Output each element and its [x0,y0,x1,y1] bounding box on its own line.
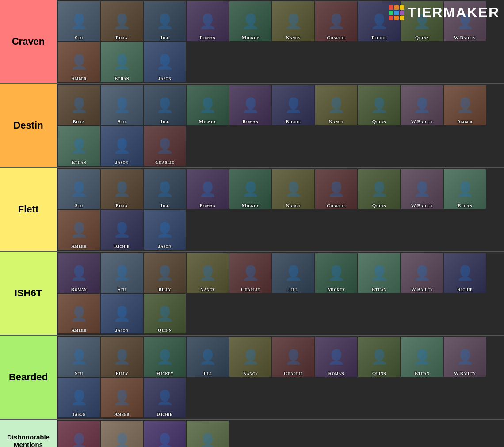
list-item: 👤Amber [58,294,100,333]
list-item: 👤Jill [187,337,229,377]
list-item: 👤Ethan [401,337,443,377]
list-item: 👤Kirby [101,421,143,447]
list-item: 👤Quinn [358,337,400,377]
list-item: 👤Billy [101,169,143,209]
list-item: 👤Charlie [315,1,357,41]
list-item: 👤Jason [144,42,186,82]
list-item: 👤W.Bailey [401,253,443,293]
list-item: 👤Amber [58,210,100,250]
list-item: 👤Roman [58,253,100,293]
list-item: 👤Ethan [101,42,143,82]
list-item: 👤Roman [315,337,357,377]
list-item: 👤Billy [101,1,143,41]
list-item: 👤Jason [58,378,100,417]
list-item: 👤Charlie [272,337,314,377]
list-item: 👤Billy [101,337,143,377]
list-item: 👤Nancy [229,337,271,377]
list-item: 👤Mickey [229,1,271,41]
tier-label-bearded: Bearded [0,336,57,419]
list-item: 👤Roman [229,85,271,125]
tiermaker-logo-grid [389,5,404,20]
list-item: 👤Roman [187,169,229,209]
list-item: 👤W.Bailey [444,337,486,377]
list-item: 👤Quinn [144,294,186,333]
tier-label-dishonorable: Dishonorable Mentions [0,420,57,447]
list-item: 👤Jill [144,1,186,41]
list-item: 👤Nancy [315,85,357,125]
list-item: 👤W.Bailey [401,85,443,125]
tier-label-destin: Destin [0,84,57,167]
tier-content-destin: 👤Billy 👤Stu 👤Jill 👤Mickey 👤Roman 👤Richie… [57,84,504,167]
tier-row-flett: Flett 👤Stu 👤Billy 👤Jill 👤Roman 👤Mickey 👤… [0,168,504,252]
list-item: 👤Roman [187,1,229,41]
list-item: 👤Jill [144,85,186,125]
list-item: 👤Jason [101,126,143,166]
list-item: 👤Nancy [272,169,314,209]
list-item: 👤Stu [58,1,100,41]
list-item: 👤Nancy [187,253,229,293]
list-item: 👤Jill [272,253,314,293]
list-item: 👤Stu [58,337,100,377]
list-item: 👤Ethan [58,126,100,166]
list-item: 👤Greg [144,421,186,447]
list-item: 👤Nancy [272,1,314,41]
list-item: 👤W.Bailey [401,169,443,209]
tier-row-destin: Destin 👤Billy 👤Stu 👤Jill 👤Mickey 👤Roman … [0,84,504,168]
list-item: 👤Jill [144,169,186,209]
list-item: 👤Stu [101,253,143,293]
list-item: 👤Jason [144,210,186,250]
list-item: 👤Quinn [358,85,400,125]
list-item: 👤Richie [144,378,186,417]
list-item: 👤Richie [101,210,143,250]
list-item: 👤Jason [101,294,143,333]
list-item: 👤Mickey [144,337,186,377]
list-item: 👤Angelina [58,421,100,447]
list-item: 👤Charlie [315,169,357,209]
list-item: 👤Richie [444,253,486,293]
list-item: 👤Ethan [444,169,486,209]
tier-row-ish6t: ISH6T 👤Roman 👤Stu 👤Billy 👤Nancy 👤Charlie… [0,252,504,336]
tier-row-bearded: Bearded 👤Stu 👤Billy 👤Mickey 👤Jill 👤Nancy… [0,336,504,420]
list-item: 👤Charlie [229,253,271,293]
list-item: 👤Mickey [229,169,271,209]
list-item: 👤Mickey [315,253,357,293]
list-item: 👤Amber [58,42,100,82]
tier-content-dishonorable: 👤Angelina 👤Kirby 👤Greg 👤Danny [57,420,504,447]
list-item: 👤Stu [58,169,100,209]
tier-label-flett: Flett [0,168,57,251]
tier-content-ish6t: 👤Roman 👤Stu 👤Billy 👤Nancy 👤Charlie 👤Jill… [57,252,504,335]
list-item: 👤Danny [187,421,229,447]
list-item: 👤Ethan [358,253,400,293]
list-item: 👤Stu [101,85,143,125]
tier-label-ish6t: ISH6T [0,252,57,335]
tier-row-dishonorable: Dishonorable Mentions 👤Angelina 👤Kirby 👤… [0,420,504,447]
tier-content-flett: 👤Stu 👤Billy 👤Jill 👤Roman 👤Mickey 👤Nancy … [57,168,504,251]
tier-label-craven: Craven [0,0,57,83]
tier-container: Craven 👤Stu 👤Billy 👤Jill 👤Roman 👤Mickey … [0,0,504,447]
list-item: 👤Quinn [358,169,400,209]
list-item: 👤Billy [58,85,100,125]
tier-content-bearded: 👤Stu 👤Billy 👤Mickey 👤Jill 👤Nancy 👤Charli… [57,336,504,419]
list-item: 👤Richie [272,85,314,125]
list-item: 👤Billy [144,253,186,293]
list-item: 👤Amber [101,378,143,417]
tiermaker-title: TIERMAKER [408,4,500,21]
list-item: 👤Amber [444,85,486,125]
list-item: 👤Charlie [144,126,186,166]
list-item: 👤Mickey [187,85,229,125]
